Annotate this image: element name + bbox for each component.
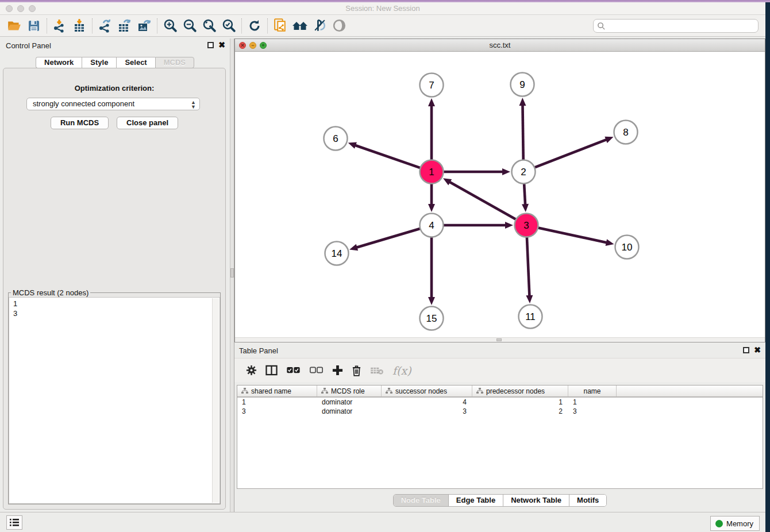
unchecked-boxes-icon xyxy=(309,367,324,374)
node-table: shared nameMCDS rolesuccessor nodesprede… xyxy=(237,385,763,489)
show-column-panel-button[interactable] xyxy=(265,365,278,376)
zoom-in-button[interactable] xyxy=(160,17,180,34)
table-row[interactable]: 3dominator323 xyxy=(237,407,763,416)
network-scrollbar-thumb[interactable] xyxy=(496,338,502,341)
network-scrollbar[interactable] xyxy=(235,337,765,341)
column-header[interactable]: successor nodes xyxy=(382,385,472,396)
export-image-icon xyxy=(137,18,152,33)
function-builder-button[interactable]: f(x) xyxy=(392,364,411,377)
zoom-out-button[interactable] xyxy=(180,17,199,34)
maximize-view-button[interactable]: + xyxy=(260,42,267,49)
result-scrollbar[interactable] xyxy=(212,298,219,503)
mcds-result-text[interactable]: 1 3 xyxy=(9,297,220,504)
apply-layout-button[interactable] xyxy=(245,17,264,34)
network-canvas[interactable]: 7968124314101511 xyxy=(235,52,765,337)
column-header[interactable]: predecessor nodes xyxy=(472,385,568,396)
window-controls xyxy=(6,5,36,12)
edge-arrowhead xyxy=(428,297,435,305)
column-header[interactable]: MCDS role xyxy=(317,385,382,396)
panel-splitter[interactable] xyxy=(230,38,234,512)
graph-edge[interactable] xyxy=(449,182,515,219)
network-window-titlebar[interactable]: ✕ − + scc.txt xyxy=(235,39,765,52)
graph-edge[interactable] xyxy=(355,145,420,168)
zoom-window-button[interactable] xyxy=(29,5,36,12)
main-toolbar xyxy=(0,15,765,37)
toggle-graphics-details-button[interactable] xyxy=(310,17,329,34)
import-network-button[interactable] xyxy=(50,17,70,34)
node-label: 3 xyxy=(523,220,529,231)
task-history-button[interactable] xyxy=(6,515,22,530)
export-image-button[interactable] xyxy=(134,17,154,34)
table-row[interactable]: 1dominator411 xyxy=(237,398,763,407)
close-panel-button[interactable]: Close panel xyxy=(117,117,178,129)
search-field[interactable] xyxy=(593,19,759,33)
tab-network[interactable]: Network xyxy=(36,57,82,68)
tab-style[interactable]: Style xyxy=(82,57,116,68)
export-network-button[interactable] xyxy=(95,17,115,34)
column-header[interactable]: name xyxy=(568,385,617,396)
run-mcds-button[interactable]: Run MCDS xyxy=(51,117,109,129)
table-cell[interactable]: 1 xyxy=(472,398,568,407)
table-cell[interactable]: dominator xyxy=(317,407,382,416)
table-cell[interactable]: 4 xyxy=(382,398,472,407)
tab-select[interactable]: Select xyxy=(116,57,155,68)
desktop: Session: New Session xyxy=(0,0,770,532)
create-network-view-button[interactable] xyxy=(271,17,290,34)
mcds-result-title: MCDS result (2 nodes) xyxy=(11,288,90,297)
node-label: 10 xyxy=(622,242,633,253)
zoom-fit-button[interactable] xyxy=(199,17,219,34)
table-cell[interactable]: 1 xyxy=(568,398,617,407)
table-cell[interactable]: 3 xyxy=(382,407,472,416)
table-cell[interactable]: 3 xyxy=(568,407,617,416)
delete-column-button[interactable] xyxy=(352,365,361,376)
open-session-button[interactable] xyxy=(5,17,24,34)
close-view-button[interactable]: ✕ xyxy=(239,42,246,49)
edge-arrowhead xyxy=(605,137,613,143)
table-toolbar: f(x) xyxy=(234,358,765,382)
tab-network-table[interactable]: Network Table xyxy=(503,495,569,506)
graph-edge[interactable] xyxy=(356,229,420,248)
search-icon xyxy=(597,22,606,30)
table-cell[interactable]: dominator xyxy=(317,398,382,407)
zoom-selected-button[interactable] xyxy=(219,17,238,34)
float-table-panel-icon[interactable] xyxy=(743,347,749,353)
edge-arrowhead xyxy=(526,295,533,303)
mcds-result-group: MCDS result (2 nodes) 1 3 xyxy=(8,288,221,504)
table-cell[interactable]: 3 xyxy=(237,407,317,416)
close-window-button[interactable] xyxy=(6,5,13,12)
graph-edge[interactable] xyxy=(522,105,523,160)
toolbar-separator xyxy=(241,18,242,33)
table-cell[interactable]: 1 xyxy=(237,398,317,407)
first-neighbors-button[interactable] xyxy=(290,17,310,34)
toolbar-separator xyxy=(267,18,268,33)
minimize-view-button[interactable]: − xyxy=(249,42,256,49)
select-all-columns-button[interactable] xyxy=(286,367,301,374)
memory-button[interactable]: Memory xyxy=(710,516,760,531)
table-settings-button[interactable] xyxy=(246,365,257,376)
mcds-panel: Optimization criterion: strongly connect… xyxy=(3,68,226,510)
splitter-grip[interactable] xyxy=(230,268,234,277)
column-header[interactable]: shared name xyxy=(237,385,317,396)
export-table-button[interactable] xyxy=(115,17,134,34)
tab-motifs[interactable]: Motifs xyxy=(569,495,606,506)
float-panel-icon[interactable] xyxy=(207,42,214,48)
close-table-panel-icon[interactable]: ✖ xyxy=(754,347,761,353)
graph-edge[interactable] xyxy=(538,228,607,242)
create-column-button[interactable] xyxy=(332,365,343,376)
save-session-button[interactable] xyxy=(24,17,44,34)
tab-mcds[interactable]: MCDS xyxy=(155,57,194,68)
search-input[interactable] xyxy=(606,22,758,30)
table-cell[interactable]: 2 xyxy=(472,407,568,416)
minimize-window-button[interactable] xyxy=(17,5,24,12)
tab-edge-table[interactable]: Edge Table xyxy=(449,495,503,506)
graph-edge[interactable] xyxy=(527,237,530,296)
tab-node-table[interactable]: Node Table xyxy=(394,495,449,506)
graph-edge[interactable] xyxy=(535,140,607,168)
unselect-all-columns-button[interactable] xyxy=(309,367,324,374)
import-table-button[interactable] xyxy=(70,17,89,34)
criterion-dropdown[interactable]: strongly connected component ▲▼ xyxy=(26,98,200,110)
graph-edge[interactable] xyxy=(524,184,525,205)
birds-eye-view-button[interactable] xyxy=(329,17,349,34)
delete-table-button[interactable] xyxy=(370,366,384,375)
close-panel-icon[interactable]: ✖ xyxy=(218,42,225,48)
